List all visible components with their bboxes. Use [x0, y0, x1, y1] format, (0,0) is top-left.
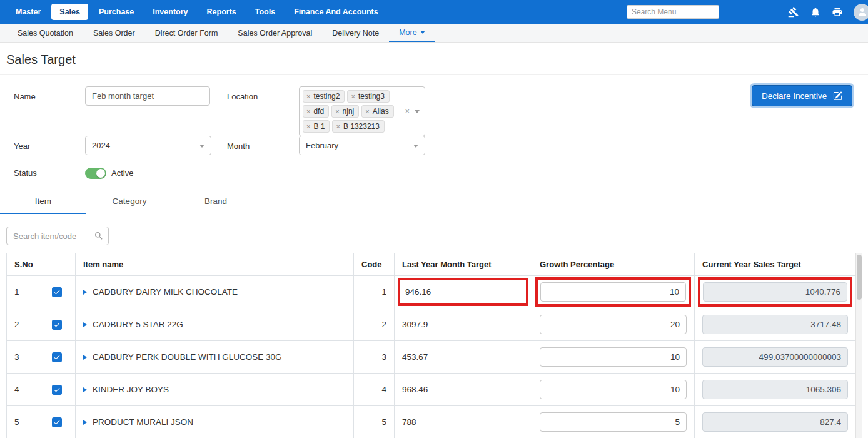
- expand-caret-icon[interactable]: [83, 290, 87, 295]
- expand-caret-icon[interactable]: [83, 322, 87, 327]
- item-name-label: KINDER JOY BOYS: [93, 385, 169, 394]
- printer-icon[interactable]: [832, 6, 843, 18]
- item-name-wrap: KINDER JOY BOYS: [83, 385, 346, 394]
- item-name-cell: PRODUCT MURALI JSON: [76, 406, 354, 438]
- item-name-cell: CADBURY 5 STAR 22G: [76, 308, 354, 341]
- year-select[interactable]: 2024: [85, 136, 211, 155]
- location-label: Location: [227, 92, 258, 101]
- table-row: 3CADBURY PERK DOUBLE WITH GLUCOSE 30G345…: [7, 341, 856, 374]
- row-checkbox[interactable]: [52, 352, 62, 362]
- sno-cell: 2: [7, 308, 38, 341]
- growth-percentage-input[interactable]: [540, 380, 687, 399]
- item-name-wrap: CADBURY DAIRY MILK CHOCOLATE: [83, 287, 346, 297]
- nav-master[interactable]: Master: [8, 4, 49, 20]
- location-multiselect[interactable]: ×testing2×testing3×dfd×njnj×Alias×B 1×B …: [299, 86, 425, 136]
- nav-tools[interactable]: Tools: [247, 4, 283, 20]
- name-input[interactable]: [85, 86, 210, 106]
- current-year-target-input[interactable]: [703, 282, 847, 302]
- remove-tag-icon[interactable]: ×: [306, 93, 310, 100]
- expand-caret-icon[interactable]: [83, 355, 87, 360]
- last-year-target-cell: 453.67: [395, 341, 532, 374]
- nav-sales[interactable]: Sales: [51, 4, 88, 20]
- current-year-target-input[interactable]: [702, 380, 848, 399]
- nav-inventory[interactable]: Inventory: [144, 4, 196, 20]
- table-row: 2CADBURY 5 STAR 22G23097.9: [7, 308, 856, 341]
- growth-percentage-cell: [532, 308, 695, 341]
- remove-tag-icon[interactable]: ×: [351, 93, 355, 100]
- tab-item[interactable]: Item: [0, 190, 86, 214]
- nav-purchase[interactable]: Purchase: [91, 4, 142, 20]
- item-name-label: PRODUCT MURALI JSON: [93, 417, 193, 427]
- subnav-delivery-note[interactable]: Delivery Note: [322, 24, 389, 42]
- current-year-target-input[interactable]: [702, 347, 848, 367]
- col-header-last-year-target: Last Year Month Target: [395, 253, 532, 276]
- row-checkbox[interactable]: [52, 417, 62, 427]
- tab-brand[interactable]: Brand: [173, 190, 259, 214]
- location-tag: ×testing2: [303, 90, 345, 103]
- col-header-sno: S.No: [7, 253, 38, 276]
- sno-cell: 3: [7, 341, 38, 374]
- toggle-knob: [96, 169, 105, 178]
- table-toolbar: [0, 214, 868, 253]
- growth-percentage-input[interactable]: [540, 347, 687, 367]
- growth-percentage-input[interactable]: [540, 282, 686, 302]
- bell-icon[interactable]: [810, 6, 821, 18]
- subnav-label: Delivery Note: [332, 29, 379, 38]
- top-navigation-bar: MasterSalesPurchaseInventoryReportsTools…: [0, 0, 868, 24]
- last-year-target-cell: 968.46: [395, 374, 532, 406]
- growth-percentage-input[interactable]: [540, 315, 687, 334]
- growth-percentage-cell: [532, 406, 695, 438]
- tag-label: njnj: [343, 107, 355, 116]
- gavel-icon[interactable]: [788, 6, 799, 18]
- month-select-value: February: [306, 141, 338, 150]
- current-year-target-input[interactable]: [702, 412, 848, 432]
- declare-incentive-label: Declare Incentive: [762, 91, 827, 101]
- user-avatar[interactable]: [854, 4, 868, 21]
- declare-incentive-button[interactable]: Declare Incentive: [752, 85, 852, 106]
- code-cell: 4: [354, 374, 395, 406]
- expand-caret-icon[interactable]: [83, 387, 87, 392]
- row-checkbox[interactable]: [52, 287, 62, 297]
- sales-target-form: Name Location ×testing2×testing3×dfd×njn…: [0, 75, 868, 190]
- clear-icon[interactable]: ×: [405, 106, 410, 116]
- table-scrollbar[interactable]: [855, 253, 862, 438]
- annotation-highlight-box: 946.16: [398, 278, 528, 306]
- subnav-sales-quotation[interactable]: Sales Quotation: [8, 24, 83, 42]
- tag-label: testing3: [358, 92, 385, 101]
- item-name-label: CADBURY 5 STAR 22G: [93, 320, 183, 329]
- chevron-down-icon[interactable]: [415, 110, 420, 113]
- checkbox-cell: [38, 374, 76, 406]
- item-name-label: CADBURY PERK DOUBLE WITH GLUCOSE 30G: [93, 352, 282, 362]
- sno-cell: 5: [7, 406, 38, 438]
- location-tag: ×Alias: [361, 105, 393, 118]
- checkbox-cell: [38, 308, 76, 341]
- nav-reports[interactable]: Reports: [199, 4, 245, 20]
- subnav-direct-order-form[interactable]: Direct Order Form: [145, 24, 228, 42]
- annotation-highlight-box: [698, 277, 852, 307]
- current-year-target-input[interactable]: [702, 315, 848, 334]
- remove-tag-icon[interactable]: ×: [365, 108, 369, 115]
- growth-percentage-input[interactable]: [540, 412, 687, 432]
- sales-target-table: S.No Item name Code Last Year Month Targ…: [6, 253, 856, 438]
- row-checkbox[interactable]: [52, 385, 62, 395]
- tab-category[interactable]: Category: [86, 190, 173, 214]
- location-tag: ×dfd: [303, 105, 329, 118]
- menu-search-input[interactable]: [627, 5, 719, 19]
- row-checkbox[interactable]: [52, 320, 62, 330]
- status-toggle[interactable]: [85, 168, 106, 179]
- month-select[interactable]: February: [299, 136, 425, 155]
- location-tag: ×testing3: [347, 90, 389, 103]
- remove-tag-icon[interactable]: ×: [306, 123, 310, 130]
- expand-caret-icon[interactable]: [83, 420, 87, 425]
- remove-tag-icon[interactable]: ×: [336, 123, 340, 130]
- subnav-sales-order-approval[interactable]: Sales Order Approval: [228, 24, 322, 42]
- subnav-more[interactable]: More: [389, 24, 435, 42]
- nav-finance-and-accounts[interactable]: Finance And Accounts: [286, 4, 386, 20]
- tag-label: B 1323213: [343, 122, 380, 131]
- remove-tag-icon[interactable]: ×: [306, 108, 310, 115]
- current-year-target-cell: [695, 308, 856, 341]
- scrollbar-thumb[interactable]: [857, 255, 862, 300]
- subnav-sales-order[interactable]: Sales Order: [83, 24, 145, 42]
- remove-tag-icon[interactable]: ×: [335, 108, 339, 115]
- status-value: Active: [111, 168, 133, 178]
